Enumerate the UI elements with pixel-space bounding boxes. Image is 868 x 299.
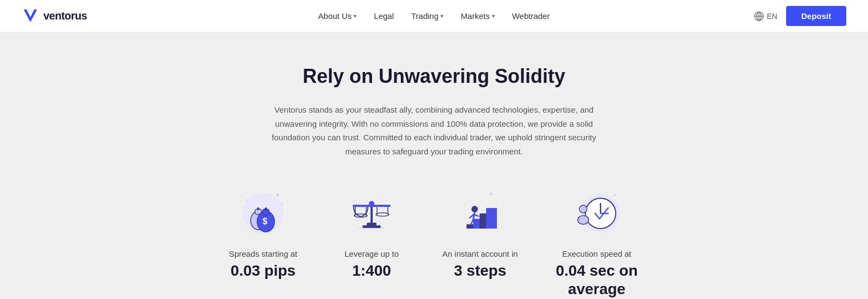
logo-text: ventorus (43, 10, 87, 22)
execution-label: Execution speed at (562, 249, 631, 258)
chevron-down-icon-3: ▾ (492, 13, 495, 19)
spreads-icon: + + + $ (233, 185, 293, 239)
spreads-value: 0.03 pips (231, 262, 296, 280)
svg-point-27 (369, 201, 374, 206)
nav-item-trading[interactable]: Trading ▾ (405, 7, 450, 25)
spreads-icon-wrap: + + + $ (233, 185, 293, 239)
feature-execution: + Execution speed at 0.04 sec on average (551, 185, 643, 298)
nav-label-trading: Trading (411, 11, 438, 21)
chevron-down-icon-2: ▾ (441, 13, 443, 19)
leverage-label: Leverage up to (344, 249, 399, 258)
globe-icon (754, 11, 764, 21)
nav-item-markets[interactable]: Markets ▾ (454, 7, 501, 25)
hero-title: Rely on Unwavering Solidity (303, 65, 565, 88)
svg-rect-14 (265, 207, 267, 211)
svg-point-26 (376, 213, 389, 216)
svg-point-35 (471, 206, 478, 212)
svg-rect-34 (486, 208, 497, 229)
hero-description: Ventorus stands as your steadfast ally, … (255, 103, 613, 158)
leverage-icon (342, 185, 401, 239)
svg-point-46 (578, 216, 589, 224)
leverage-value: 1:400 (352, 262, 391, 280)
feature-account: + + (442, 185, 518, 280)
feature-spreads: + + + $ Spreads starting at 0.03 (225, 185, 301, 280)
leverage-icon-wrap (342, 185, 401, 239)
svg-text:+: + (489, 190, 493, 198)
nav-item-about[interactable]: About Us ▾ (312, 7, 363, 25)
lang-label: EN (767, 12, 777, 21)
svg-text:+: + (613, 192, 616, 198)
svg-line-36 (473, 212, 475, 220)
execution-icon: + (567, 185, 627, 239)
svg-marker-0 (24, 9, 37, 22)
account-icon-wrap: + + (450, 185, 510, 239)
svg-text:$: $ (263, 217, 267, 226)
nav-label-about: About Us (318, 11, 352, 21)
execution-value: 0.04 sec on average (551, 262, 643, 298)
account-value: 3 steps (454, 262, 507, 280)
deposit-button[interactable]: Deposit (786, 6, 846, 26)
nav-item-legal[interactable]: Legal (367, 7, 400, 25)
navbar: ventorus About Us ▾ Legal Trading ▾ Mark… (0, 0, 868, 32)
svg-text:+: + (276, 191, 279, 199)
feature-leverage: Leverage up to 1:400 (334, 185, 410, 280)
nav-label-markets: Markets (461, 11, 489, 21)
spreads-label: Spreads starting at (229, 249, 297, 258)
svg-text:+: + (495, 200, 497, 205)
nav-label-legal: Legal (374, 11, 394, 21)
svg-rect-11 (257, 207, 259, 210)
execution-icon-wrap: + (567, 185, 627, 239)
nav-links: About Us ▾ Legal Trading ▾ Markets ▾ Web… (312, 7, 557, 25)
nav-right: EN Deposit (754, 6, 846, 26)
nav-label-webtrader: Webtrader (512, 11, 550, 21)
language-selector[interactable]: EN (754, 11, 777, 21)
logo-icon (22, 8, 39, 25)
svg-text:+: + (281, 202, 284, 207)
nav-item-webtrader[interactable]: Webtrader (506, 7, 557, 25)
svg-point-45 (579, 205, 587, 213)
svg-rect-18 (367, 223, 376, 226)
account-icon: + + (450, 185, 510, 239)
logo[interactable]: ventorus (22, 8, 87, 25)
main-content: Rely on Unwavering Solidity Ventorus sta… (0, 32, 868, 299)
chevron-down-icon: ▾ (354, 13, 356, 19)
features-section: + + + $ Spreads starting at 0.03 (225, 185, 643, 298)
account-label: An instant account in (442, 249, 518, 258)
svg-text:+: + (245, 198, 248, 203)
